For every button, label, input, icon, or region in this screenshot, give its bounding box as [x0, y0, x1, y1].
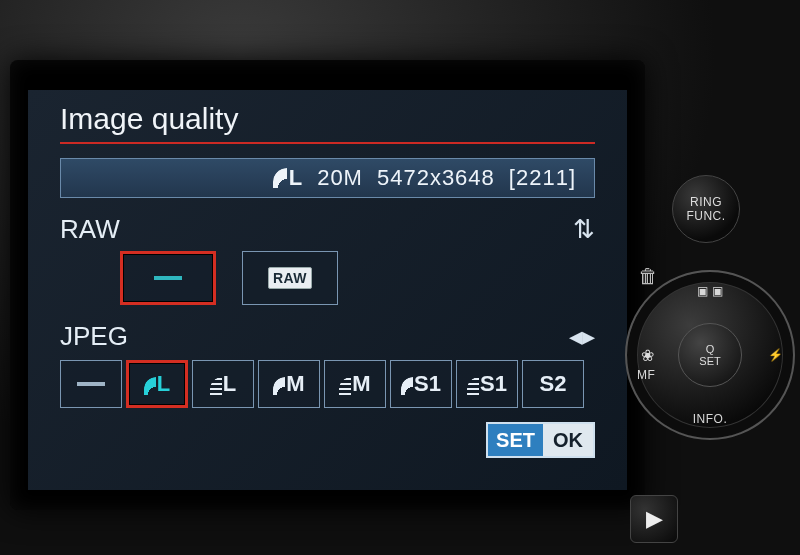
status-resolution: 5472x3648 [377, 165, 495, 191]
jpeg-option-S2[interactable]: S2 [522, 360, 584, 408]
jpeg-label: JPEG [60, 321, 170, 352]
title-divider [60, 142, 595, 144]
jpeg-option-normal-L[interactable]: L [192, 360, 254, 408]
normal-icon [210, 377, 222, 395]
dial-down-info[interactable]: INFO. [627, 412, 793, 426]
fine-icon [273, 377, 285, 395]
ok-label: OK [543, 424, 593, 456]
jpeg-option-fine-S1[interactable]: S1 [390, 360, 452, 408]
dash-icon [77, 382, 105, 386]
play-icon: ▶ [646, 506, 663, 532]
jpeg-option-off[interactable] [60, 360, 122, 408]
fine-icon [401, 377, 413, 395]
normal-icon [467, 377, 479, 395]
raw-section: RAW ⇅ [60, 214, 595, 245]
status-shots-remaining: [2211] [509, 165, 576, 191]
jpeg-section: JPEG ◂▸ [60, 321, 595, 352]
normal-icon [339, 377, 351, 395]
playback-button[interactable]: ▶ [630, 495, 678, 543]
control-dial[interactable]: ▣ ▣ INFO. ❀ MF ⚡ Q SET [625, 270, 795, 440]
q-set-button[interactable]: Q SET [678, 323, 742, 387]
lcd-bezel: Image quality L 20M 5472x3648 [2211] RAW… [10, 60, 645, 510]
jpeg-option-fine-M[interactable]: M [258, 360, 320, 408]
raw-chip-icon: RAW [268, 267, 312, 289]
macro-icon[interactable]: ❀ [641, 346, 654, 365]
fine-icon [144, 377, 156, 395]
nav-leftright-icon: ◂▸ [569, 321, 595, 352]
dial-up-icon[interactable]: ▣ ▣ [627, 284, 793, 298]
jpeg-options-row: L L M M S1 S1 S2 [60, 360, 595, 408]
raw-option-off[interactable] [120, 251, 216, 305]
lcd-screen: Image quality L 20M 5472x3648 [2211] RAW… [28, 90, 627, 490]
set-ok-button[interactable]: SET OK [486, 422, 595, 458]
quality-icon-fine-L: L [273, 165, 303, 191]
jpeg-option-fine-L[interactable]: L [126, 360, 188, 408]
jpeg-option-normal-S1[interactable]: S1 [456, 360, 518, 408]
footer: SET OK [60, 422, 595, 458]
ring-func-button[interactable]: RING FUNC. [672, 175, 740, 243]
status-megapixels: 20M [317, 165, 363, 191]
dial-left-mf[interactable]: MF [637, 368, 655, 382]
raw-option-on[interactable]: RAW [242, 251, 338, 305]
raw-label: RAW [60, 214, 170, 245]
jpeg-option-normal-M[interactable]: M [324, 360, 386, 408]
dash-icon [154, 276, 182, 280]
current-setting-bar: L 20M 5472x3648 [2211] [60, 158, 595, 198]
dial-right-flash-icon[interactable]: ⚡ [768, 348, 784, 362]
set-label: SET [488, 424, 543, 456]
nav-updown-icon: ⇅ [573, 214, 595, 245]
page-title: Image quality [60, 102, 595, 142]
